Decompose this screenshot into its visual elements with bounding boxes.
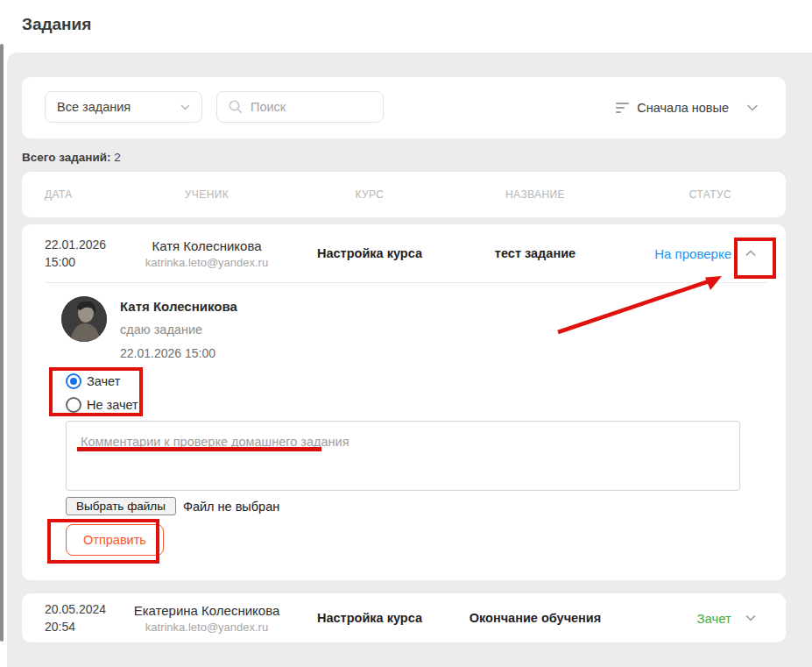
table-row: 20.05.2024 20:54 Екатерина Колесникова k…	[22, 593, 786, 642]
radio-unselected-icon[interactable]	[66, 397, 81, 413]
avatar	[61, 296, 107, 342]
sort-icon	[616, 103, 629, 113]
cell-date: 22.01.2026 15:00	[45, 236, 132, 271]
column-header-title: НАЗВАНИЕ	[458, 188, 612, 201]
submission-message: сдаю задание	[120, 323, 202, 337]
radio-selected-icon[interactable]	[66, 373, 81, 389]
total-count-value: 2	[114, 151, 121, 164]
submission-student-name: Катя Колесникова	[120, 299, 237, 314]
column-header-status: СТАТУС	[612, 188, 731, 201]
column-header-student: УЧЕНИК	[132, 188, 281, 201]
radio-option-fail[interactable]: Не зачет	[66, 397, 138, 413]
total-count: Всего заданий: 2	[22, 151, 121, 164]
toolbar: Все задания Сначала новые	[22, 77, 786, 138]
cell-student: Екатерина Колесникова katrinka.leto@yand…	[132, 602, 281, 634]
file-input: Выбрать файлы Файл не выбран	[66, 497, 279, 515]
cell-date: 20.05.2024 20:54	[45, 600, 132, 635]
sort-control[interactable]: Сначала новые	[616, 77, 761, 138]
page-title: Задания	[22, 15, 91, 34]
chevron-down-icon	[744, 99, 761, 117]
submit-button[interactable]: Отправить	[66, 524, 164, 556]
grade-radio-group: Зачет Не зачет	[66, 373, 138, 413]
collapse-row-button[interactable]	[738, 241, 763, 266]
search-icon	[228, 99, 244, 115]
cell-course: Настройка курса	[281, 611, 458, 625]
expand-row-button[interactable]	[738, 606, 763, 630]
row-summary: 22.01.2026 15:00 Катя Колесникова katrin…	[22, 224, 786, 282]
chevron-down-icon	[180, 102, 191, 113]
cell-title: Окончание обучения	[458, 611, 612, 625]
column-header-date: ДАТА	[45, 188, 132, 201]
status-badge: Зачет	[612, 611, 731, 626]
comment-textarea[interactable]	[66, 421, 740, 491]
left-edge-strip	[0, 44, 4, 642]
total-count-label: Всего заданий:	[22, 151, 111, 164]
file-status-text: Файл не выбран	[183, 500, 279, 514]
table-header: ДАТА УЧЕНИК КУРС НАЗВАНИЕ СТАТУС	[22, 172, 786, 217]
table-row-expanded: 22.01.2026 15:00 Катя Колесникова katrin…	[22, 224, 786, 580]
cell-title: тест задание	[458, 246, 612, 260]
filter-select[interactable]: Все задания	[45, 91, 202, 123]
filter-select-value: Все задания	[57, 100, 180, 114]
cell-course: Настройка курса	[281, 246, 458, 260]
submission-timestamp: 22.01.2026 15:00	[120, 346, 215, 360]
sort-label: Сначала новые	[637, 101, 729, 115]
radio-option-pass[interactable]: Зачет	[66, 373, 138, 389]
divider	[45, 282, 768, 283]
column-header-course: КУРС	[281, 188, 458, 201]
radio-label-pass: Зачет	[87, 374, 120, 388]
search-box	[216, 91, 384, 123]
cell-student: Катя Колесникова katrinka.leto@yandex.ru	[132, 238, 281, 269]
search-input[interactable]	[251, 100, 374, 114]
status-badge: На проверке	[612, 246, 731, 261]
choose-files-button[interactable]: Выбрать файлы	[66, 497, 176, 515]
radio-label-fail: Не зачет	[87, 398, 138, 412]
